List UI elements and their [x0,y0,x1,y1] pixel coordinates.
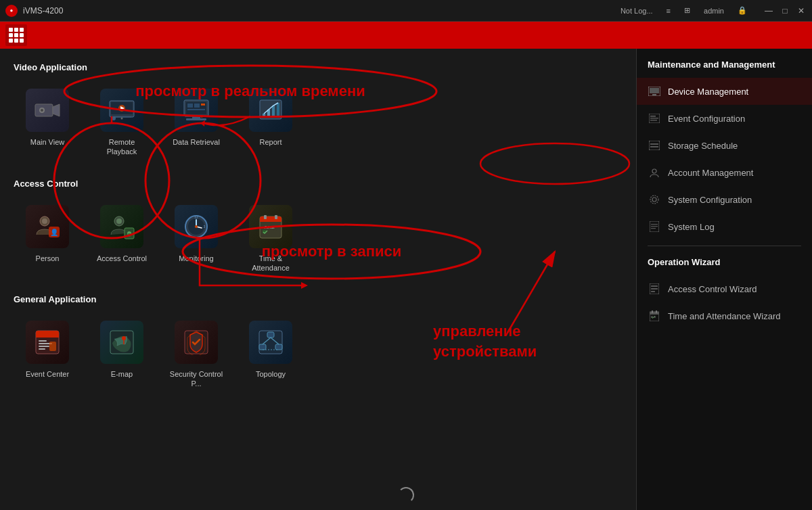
svg-rect-14 [194,103,200,108]
svg-rect-49 [273,230,277,233]
content-area: Video Application Main View [0,49,636,510]
account-management-label: Account Management [668,168,753,178]
sidebar-item-account-management[interactable]: Account Management [637,159,812,186]
svg-rect-84 [651,226,658,227]
svg-marker-1 [53,104,60,116]
app-item-topology[interactable]: Topology [237,315,304,394]
monitoring-icon: 12 3 [175,205,218,248]
svg-rect-43 [260,219,281,222]
app-item-main-view[interactable]: Main View [14,83,81,162]
svg-rect-57 [49,342,56,351]
app-item-time-attendance[interactable]: JUNE Time & Attendance [237,200,304,279]
titlebar-right: Not Log... ≡ ⊞ admin 🔒 — □ ✕ [618,5,807,16]
report-icon [249,89,292,132]
app-item-person[interactable]: 👤 Person [14,200,81,279]
grid-menu-button[interactable] [5,24,27,46]
svg-point-79 [652,169,656,173]
sidebar-item-system-configuration[interactable]: System Configuration [637,186,812,213]
remote-playback-icon [100,89,143,132]
sidebar-item-event-configuration[interactable]: Event Configuration [637,105,812,132]
event-configuration-label: Event Configuration [668,114,745,124]
access-control-grid: 👤 Person [14,200,623,279]
svg-point-19 [200,115,203,118]
svg-rect-65 [275,344,282,350]
svg-rect-33 [128,233,131,237]
sidebar-item-time-attendance-wizard[interactable]: Time and Attendance Wizard [637,302,812,329]
svg-rect-83 [651,224,658,225]
emap-icon [100,321,143,364]
maximize-button[interactable]: □ [780,5,790,16]
app-item-emap[interactable]: E-map [88,315,156,394]
general-application-grid: Event Center E-map [14,315,623,394]
window-controls: — □ ✕ [763,5,807,16]
main-view-icon [26,89,69,132]
minimize-button[interactable]: — [763,5,774,16]
storage-schedule-icon [648,139,661,152]
sidebar-item-access-control-wizard[interactable]: Access Control Wizard [637,275,812,302]
security-control-icon [175,321,218,364]
system-log-icon [648,220,661,233]
device-management-icon [648,85,661,98]
svg-rect-24 [277,103,279,118]
svg-rect-44 [264,215,267,219]
general-application-title: General Application [14,294,623,304]
svg-rect-92 [652,310,653,313]
sidebar-item-system-log[interactable]: System Log [637,213,812,240]
image-icon[interactable]: ⊞ [681,5,693,16]
event-center-label: Event Center [26,369,69,379]
app-item-security-control[interactable]: Security Control P... [162,315,230,394]
svg-rect-85 [651,228,656,229]
svg-rect-16 [187,109,205,110]
sidebar-item-storage-schedule[interactable]: Storage Schedule [637,132,812,159]
svg-rect-74 [650,118,658,119]
svg-point-26 [42,218,47,224]
grid-icon [9,28,24,43]
app-item-data-retrieval[interactable]: Data Retrieval [162,83,230,162]
svg-rect-75 [650,120,657,121]
time-attendance-wizard-icon [648,309,661,323]
user-label[interactable]: admin [701,5,727,16]
video-application-section: Video Application Main View [14,62,623,162]
person-icon: 👤 [26,205,69,248]
svg-rect-78 [650,146,658,147]
app-title: iVMS-4200 [23,6,63,16]
access-control-wizard-icon [648,282,661,296]
app-item-monitoring[interactable]: 12 3 Monitoring [162,200,230,279]
svg-rect-73 [650,116,656,117]
system-log-label: System Log [668,222,715,232]
lock-icon[interactable]: 🔒 [735,5,750,16]
security-control-label: Security Control P... [168,369,225,389]
svg-rect-70 [650,88,659,93]
loading-spinner-container [398,487,414,503]
list-icon[interactable]: ≡ [664,5,673,16]
svg-rect-63 [267,332,274,338]
app-item-access-control[interactable]: Access Control [88,200,156,279]
svg-rect-17 [192,116,200,118]
main-view-label: Main View [30,137,65,147]
svg-rect-55 [39,346,49,347]
svg-text:👤: 👤 [50,228,59,237]
time-attendance-wizard-label: Time and Attendance Wizard [668,311,780,321]
svg-rect-15 [201,103,205,106]
close-button[interactable]: ✕ [796,5,807,16]
event-configuration-icon [648,112,661,125]
operation-wizard-title: Operation Wizard [637,257,812,275]
titlebar-left: ● iVMS-4200 [5,5,63,17]
svg-rect-91 [650,312,659,315]
svg-rect-77 [650,143,658,145]
sidebar-item-device-management[interactable]: Device Management [637,78,812,105]
cloud-status[interactable]: Not Log... [618,5,656,16]
access-control-label: Access Control [97,254,147,263]
svg-rect-52 [36,335,59,338]
app-item-event-center[interactable]: Event Center [14,315,81,394]
video-application-title: Video Application [14,62,623,72]
svg-rect-45 [275,215,277,219]
svg-rect-89 [651,291,655,292]
titlebar: ● iVMS-4200 Not Log... ≡ ⊞ admin 🔒 — □ ✕ [0,0,812,22]
report-label: Report [259,137,281,147]
svg-rect-88 [651,288,658,289]
topology-label: Topology [256,369,286,379]
app-item-remote-playback[interactable]: Remote Playback [88,83,156,162]
app-item-report[interactable]: Report [237,83,304,162]
svg-text:12: 12 [194,215,198,219]
